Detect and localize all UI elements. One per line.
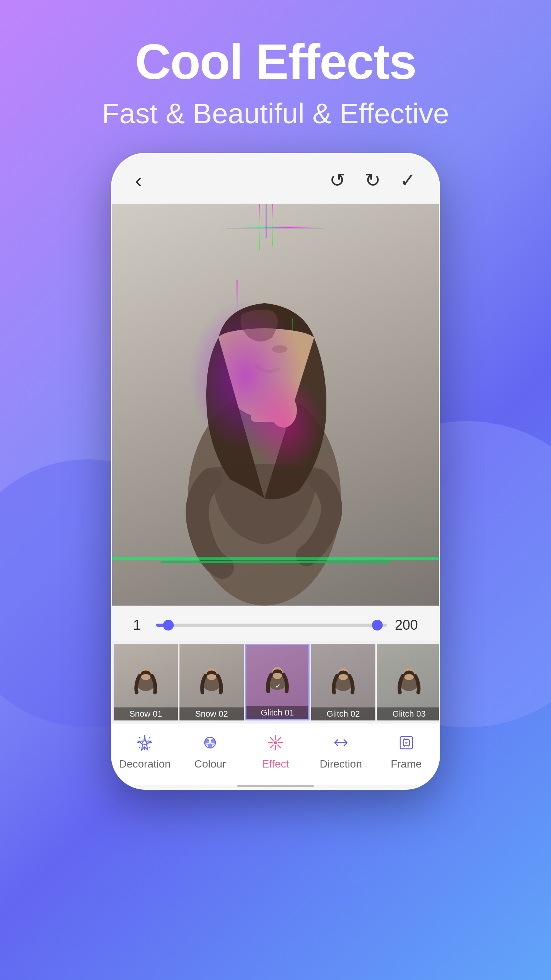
nav-direction[interactable]: Direction [314,734,368,770]
nav-effect[interactable]: Effect [249,734,302,770]
phone-mockup: ‹ ↺ ↻ ✓ [111,153,440,790]
svg-point-24 [149,747,150,748]
svg-text:✓: ✓ [275,682,281,690]
thumb-glitch01-label: Glitch 01 [246,706,308,719]
direction-label: Direction [320,758,362,770]
undo-button[interactable]: ↺ [329,169,346,191]
frame-label: Frame [391,758,422,770]
bottom-nav: Decoration Colour [112,724,439,785]
purple-glow-2 [246,376,323,472]
slider-section: 1 200 [112,606,439,641]
thumb-glitch03-label: Glitch 03 [377,707,439,720]
nav-decoration[interactable]: Decoration [118,734,171,770]
decoration-label: Decoration [119,758,171,770]
topbar-actions: ↺ ↻ ✓ [329,169,416,191]
thumbnails-strip: Snow 01 Snow 02 [112,641,439,724]
header-section: Cool Effects Fast & Beautiful & Effectiv… [102,0,449,153]
thumb-glitch03[interactable]: Glitch 03 [377,644,439,720]
main-title: Cool Effects [102,34,449,89]
slider-min-label: 1 [133,617,148,633]
confirm-button[interactable]: ✓ [400,169,416,191]
subtitle: Fast & Beautiful & Effective [102,97,449,130]
thumb-snow01-label: Snow 01 [114,707,178,720]
slider-track[interactable] [156,624,387,627]
redo-button[interactable]: ↻ [365,169,381,191]
svg-point-22 [149,737,150,738]
svg-line-33 [271,738,273,740]
svg-point-21 [139,737,140,738]
phone-topbar: ‹ ↺ ↻ ✓ [112,154,439,204]
photo-area [112,204,439,606]
effect-icon [267,734,284,755]
frame-icon [398,734,415,755]
thumb-glitch02-label: Glitch 02 [311,707,375,720]
nav-frame[interactable]: Frame [380,734,433,770]
thumb-glitch02[interactable]: Glitch 02 [311,644,375,720]
home-indicator [112,785,439,789]
slider-max-label: 200 [395,617,418,633]
home-bar [237,785,314,787]
svg-point-16 [143,741,147,745]
thumb-snow02[interactable]: Snow 02 [179,644,244,720]
decoration-icon [136,734,153,755]
thumb-snow02-label: Snow 02 [179,707,244,720]
svg-point-37 [274,741,277,744]
back-button[interactable]: ‹ [135,168,142,192]
svg-line-34 [278,745,280,748]
svg-point-40 [405,742,408,744]
svg-line-35 [278,738,280,740]
nav-colour[interactable]: Colour [183,734,237,770]
colour-label: Colour [194,758,226,770]
effect-label: Effect [262,758,289,770]
colour-icon [202,734,218,755]
thumb-glitch01[interactable]: ✓ Glitch 01 [245,644,310,720]
direction-icon [333,734,349,755]
thumb-snow01[interactable]: Snow 01 [114,644,178,720]
slider-thumb-right[interactable] [372,620,383,630]
svg-line-36 [271,745,273,748]
slider-thumb-left[interactable] [163,620,174,630]
svg-point-23 [139,747,140,748]
